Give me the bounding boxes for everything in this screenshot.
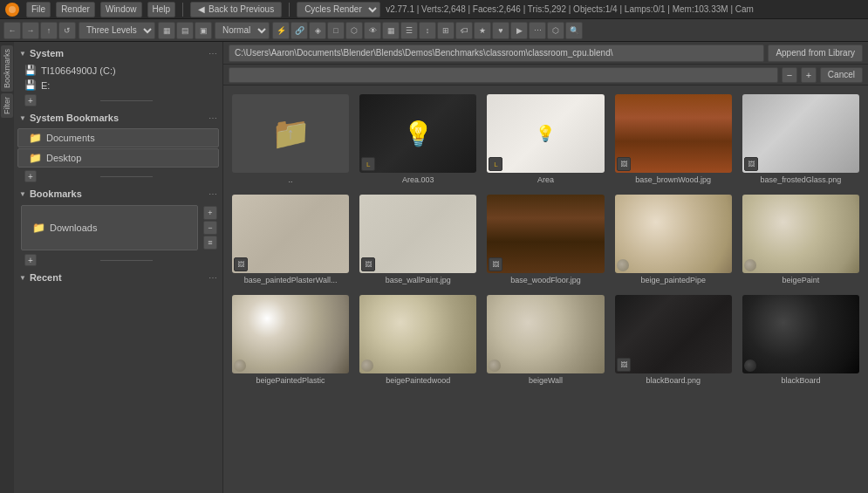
bookmark-documents[interactable]: 📁 Documents: [17, 128, 219, 147]
file-thumb-beigepipe: [615, 195, 732, 273]
top-menu-bar: File Render Window Help ◀ Back to Previo…: [0, 0, 868, 19]
file-item-area[interactable]: 💡 L Area: [483, 91, 607, 188]
address-input[interactable]: [229, 45, 764, 62]
file-item-woodfloor[interactable]: 🖼 base_woodFloor.jpg: [483, 191, 607, 288]
sort-normal-select[interactable]: Normal: [215, 22, 270, 39]
sys-bookmarks-arrow-icon: ▼: [19, 114, 26, 122]
recent-section-title: Recent: [30, 272, 205, 283]
separator-2: [289, 3, 290, 17]
drive-e-icon: 💾: [24, 79, 37, 91]
bookmark-icon[interactable]: ★: [474, 22, 491, 39]
woodfloor-type-icon: 🖼: [489, 257, 502, 271]
select-all-icon[interactable]: ◈: [309, 22, 326, 39]
cancel-button[interactable]: Cancel: [820, 67, 863, 83]
window-menu[interactable]: Window: [100, 2, 142, 17]
blender-icon[interactable]: ⬡: [547, 22, 564, 39]
file-item-blackboard-mat[interactable]: blackBoard: [739, 291, 863, 388]
bookmarks-tab[interactable]: Bookmarks: [1, 45, 13, 92]
file-item-plaster[interactable]: 🖼 base_paintedPlasterWall...: [229, 191, 352, 288]
invert-select-icon[interactable]: ⬡: [345, 22, 363, 39]
file-item-beigewall[interactable]: beigeWall: [483, 291, 607, 388]
file-item-frostedglass[interactable]: 🖼 base_frostedGlass.png: [739, 91, 863, 188]
nav-up-icon[interactable]: ↑: [40, 22, 58, 39]
bookmarks-section-header[interactable]: ▼ Bookmarks ⋯: [14, 186, 222, 202]
drive-c-icon: 💾: [24, 65, 37, 76]
view-columns-icon[interactable]: ▣: [195, 22, 212, 39]
deselect-icon[interactable]: □: [327, 22, 345, 39]
file-name-beigeplastic: beigePaintedPlastic: [232, 376, 349, 385]
nav-back-icon[interactable]: ←: [3, 22, 21, 39]
file-grid: 📁 ↑ .. 💡 L Area.003 💡 L Area: [223, 86, 868, 493]
search-prev-btn[interactable]: −: [782, 67, 797, 83]
file-name-beigepaint: beigePaint: [742, 276, 859, 284]
view-levels-select[interactable]: Three Levels: [79, 22, 155, 39]
file-item-beigepipe[interactable]: beige_paintedPipe: [612, 191, 735, 288]
grid-view-icon[interactable]: ▦: [382, 22, 400, 39]
file-name-area: Area: [487, 175, 604, 184]
sys-bookmarks-add-row: +: [14, 168, 222, 184]
render-menu[interactable]: Render: [56, 2, 95, 17]
beigepaint-type-icon: [744, 259, 756, 271]
sys-bookmarks-add-btn[interactable]: +: [24, 170, 37, 182]
filter-tab[interactable]: Filter: [1, 93, 13, 118]
system-bookmarks-header[interactable]: ▼ System Bookmarks ⋯: [14, 110, 222, 126]
bookmark-desktop[interactable]: 📁 Desktop: [17, 148, 219, 168]
file-name-woodfloor: base_woodFloor.jpg: [487, 276, 604, 284]
recent-section-header[interactable]: ▼ Recent ⋯: [14, 270, 222, 285]
back-button[interactable]: ◀ Back to Previous: [190, 2, 282, 17]
play-icon[interactable]: ▶: [510, 22, 528, 39]
nav-forward-icon[interactable]: →: [22, 22, 39, 39]
append-from-library-button[interactable]: Append from Library: [768, 45, 863, 62]
drive-e-label: E:: [41, 80, 50, 91]
file-item-beigehpaint[interactable]: beigePaint: [739, 191, 863, 288]
drive-c[interactable]: 💾 TI10664900J (C:): [14, 63, 222, 78]
system-section-header[interactable]: ▼ System ⋯: [14, 45, 222, 61]
system-add-btn[interactable]: +: [24, 94, 37, 106]
file-item-beigewood[interactable]: beigePaintedwood: [356, 291, 480, 388]
stats-text: v2.77.1 | Verts:2,648 | Faces:2,646 | Tr…: [386, 4, 754, 14]
help-menu[interactable]: Help: [147, 2, 176, 17]
file-item-area003[interactable]: 💡 L Area.003: [356, 91, 480, 188]
file-item-brownwood[interactable]: 🖼 base_brownWood.jpg: [612, 91, 735, 188]
bookmark-move-up-btn[interactable]: +: [203, 206, 217, 220]
view-list-icon[interactable]: ▤: [176, 22, 194, 39]
area003-type-icon: L: [361, 157, 375, 171]
bookmark-downloads[interactable]: 📁 Downloads: [21, 205, 198, 250]
bookmark-move-down-btn[interactable]: −: [203, 221, 217, 235]
search-icon[interactable]: 🔍: [565, 22, 583, 39]
link-icon[interactable]: 🔗: [290, 22, 308, 39]
brownwood-type-icon: 🖼: [617, 157, 631, 171]
file-thumb-blackboard-tex: 🖼: [615, 295, 732, 373]
toolbar: ← → ↑ ↺ Three Levels ▦ ▤ ▣ Normal ⚡ 🔗 ◈ …: [0, 19, 868, 42]
sort-icon[interactable]: ↕: [419, 22, 436, 39]
list-view-icon[interactable]: ☰: [400, 22, 418, 39]
file-name-beigepipe: beige_paintedPipe: [615, 276, 732, 284]
show-hidden-icon[interactable]: 👁: [364, 22, 381, 39]
file-name-wallpaint: base_wallPaint.jpg: [359, 276, 476, 284]
filter-icon[interactable]: ⚡: [272, 22, 290, 39]
favorite-icon[interactable]: ♥: [492, 22, 509, 39]
tag-icon[interactable]: 🏷: [455, 22, 473, 39]
view-thumbnails-icon[interactable]: ▦: [158, 22, 175, 39]
file-item-blackboard-tex[interactable]: 🖼 blackBoard.png: [612, 291, 735, 388]
file-item-parent[interactable]: 📁 ↑ ..: [229, 91, 352, 188]
file-thumb-area: 💡 L: [487, 94, 604, 173]
drive-e[interactable]: 💾 E:: [14, 78, 222, 92]
toolbar-icons-group: ⚡ 🔗 ◈ □ ⬡ 👁 ▦ ☰ ↕ ⊞ 🏷 ★ ♥ ▶ ⋯ ⬡ 🔍: [272, 22, 583, 39]
nav-refresh-icon[interactable]: ↺: [58, 22, 76, 39]
file-item-wallpaint[interactable]: 🖼 base_wallPaint.jpg: [356, 191, 480, 288]
search-next-btn[interactable]: +: [801, 67, 817, 83]
render-engine-select[interactable]: Cycles Render: [297, 2, 380, 17]
dots-icon[interactable]: ⋯: [529, 22, 546, 39]
system-arrow-icon: ▼: [19, 50, 26, 58]
filter2-icon[interactable]: ⊞: [437, 22, 455, 39]
file-item-beigeplastic[interactable]: beigePaintedPlastic: [229, 291, 352, 388]
search-input[interactable]: [229, 67, 778, 83]
file-name-blackboard-tex: blackBoard.png: [615, 376, 732, 385]
sys-bookmarks-divider: [100, 176, 153, 177]
beigewall-type-icon: [489, 359, 501, 372]
sys-bookmarks-dots: ⋯: [208, 113, 217, 123]
bookmarks-add-btn[interactable]: +: [24, 254, 37, 266]
bookmark-handle-btn[interactable]: ≡: [203, 236, 217, 250]
file-menu[interactable]: File: [26, 2, 51, 17]
